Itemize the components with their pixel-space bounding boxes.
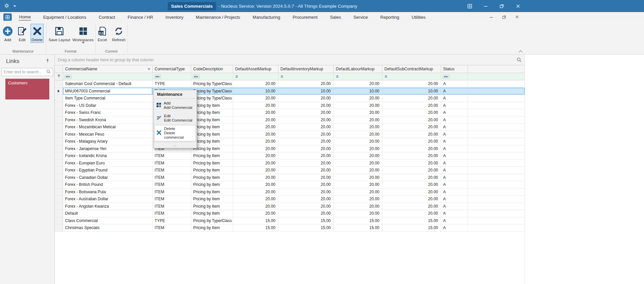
- cell-codedescription[interactable]: Pricing by Type/Class: [191, 95, 233, 102]
- table-row[interactable]: Forex - Icelandic KronaITEMPricing by It…: [55, 152, 525, 160]
- cell-status[interactable]: A: [441, 203, 468, 210]
- cell-status[interactable]: A: [441, 80, 468, 87]
- cell-commercialname[interactable]: Forex - Angolan Kwanza: [63, 203, 153, 210]
- cell-defaultinventorymarkup[interactable]: 20.00: [278, 138, 334, 145]
- cell-codedescription[interactable]: Pricing by Type/Class: [191, 80, 233, 87]
- cell-commercialtype[interactable]: ITEM: [153, 181, 191, 188]
- table-row[interactable]: Forex - British PoundITEMPricing by Item…: [55, 181, 525, 189]
- cell-commercialname[interactable]: Forex - Icelandic Krona: [63, 152, 153, 159]
- cell-defaultlabourmarkup[interactable]: 20.00: [334, 167, 382, 174]
- cell-codedescription[interactable]: Pricing by Item: [191, 102, 233, 109]
- table-row[interactable]: Item Type CommercialTYPEPricing by Type/…: [55, 95, 525, 102]
- cell-codedescription[interactable]: Pricing by Item: [191, 167, 233, 174]
- cell-status[interactable]: A: [441, 95, 468, 102]
- save-layout-button[interactable]: Save Layout: [48, 24, 71, 43]
- cell-commercialname[interactable]: Salesman Cost Commercial - Default: [63, 80, 153, 87]
- cell-defaultsubcontractmarkup[interactable]: 20.00: [382, 124, 441, 131]
- cell-commercialtype[interactable]: ITEM: [153, 167, 191, 174]
- cell-status[interactable]: A: [441, 217, 468, 224]
- abc-filter-icon[interactable]: abc: [154, 75, 161, 79]
- add-button[interactable]: Add: [1, 24, 14, 43]
- filter-cell-defaultassetmarkup[interactable]: =: [233, 73, 278, 80]
- tab-service[interactable]: Service: [353, 14, 368, 20]
- cell-codedescription[interactable]: Pricing by Item: [191, 117, 233, 124]
- filter-cell-commercialtype[interactable]: abc: [153, 73, 191, 80]
- tab-finance-hr[interactable]: Finance / HR: [127, 14, 153, 20]
- apps-grid-icon[interactable]: [462, 0, 478, 12]
- search-icon[interactable]: [46, 69, 51, 75]
- application-icon[interactable]: [3, 13, 12, 21]
- cell-defaultinventorymarkup[interactable]: 20.00: [278, 160, 334, 167]
- column-header-status[interactable]: Status: [441, 65, 468, 73]
- cell-defaultinventorymarkup[interactable]: 15.00: [278, 224, 334, 231]
- cell-defaultsubcontractmarkup[interactable]: 20.00: [382, 160, 441, 167]
- edit-button[interactable]: Edit: [16, 24, 28, 43]
- column-header-defaultinventorymarkup[interactable]: DefaultInventoryMarkup: [278, 65, 334, 73]
- cell-status[interactable]: A: [441, 102, 468, 109]
- cell-defaultassetmarkup[interactable]: 20.00: [233, 124, 278, 131]
- cell-defaultassetmarkup[interactable]: 20.00: [233, 160, 278, 167]
- table-row[interactable]: Forex - Janapense YenITEMPricing by Item…: [55, 145, 525, 153]
- cell-status[interactable]: A: [441, 117, 468, 124]
- doc-close-button[interactable]: [512, 13, 522, 21]
- cell-defaultsubcontractmarkup[interactable]: 20.00: [382, 117, 441, 124]
- cell-defaultsubcontractmarkup[interactable]: 20.00: [382, 181, 441, 188]
- cell-codedescription[interactable]: Pricing by Item: [191, 124, 233, 131]
- cell-defaultlabourmarkup[interactable]: 20.00: [334, 145, 382, 152]
- cell-defaultsubcontractmarkup[interactable]: 20.00: [382, 167, 441, 174]
- cell-defaultsubcontractmarkup[interactable]: 20.00: [382, 210, 441, 217]
- equals-filter-icon[interactable]: =: [336, 74, 338, 79]
- cell-commercialtype[interactable]: ITEM: [153, 203, 191, 210]
- cell-codedescription[interactable]: Pricing by Item: [191, 145, 233, 152]
- table-row[interactable]: Forex - Swedish KronaITEMPricing by Item…: [55, 117, 525, 124]
- cell-defaultlabourmarkup[interactable]: 20.00: [334, 174, 382, 181]
- cell-status[interactable]: A: [441, 189, 468, 196]
- cell-defaultassetmarkup[interactable]: 20.00: [233, 102, 278, 109]
- cell-commercialname[interactable]: Default: [63, 210, 153, 217]
- cell-defaultlabourmarkup[interactable]: 20.00: [334, 196, 382, 203]
- cell-defaultsubcontractmarkup[interactable]: 15.00: [382, 224, 441, 231]
- cell-defaultinventorymarkup[interactable]: 20.00: [278, 167, 334, 174]
- tab-equipment-locations[interactable]: Equipment / Locations: [43, 14, 87, 20]
- delete-button[interactable]: Delete: [31, 24, 44, 43]
- cell-status[interactable]: A: [441, 210, 468, 217]
- cell-defaultlabourmarkup[interactable]: 20.00: [334, 152, 382, 159]
- tab-contract[interactable]: Contract: [98, 14, 115, 20]
- cell-commercialname[interactable]: MNU067003 Commercial: [63, 88, 153, 95]
- cell-commercialtype[interactable]: ITEM: [153, 224, 191, 231]
- cell-status[interactable]: A: [441, 109, 468, 116]
- cell-defaultinventorymarkup[interactable]: 20.00: [278, 203, 334, 210]
- cell-defaultlabourmarkup[interactable]: 20.00: [334, 189, 382, 196]
- cell-commercialtype[interactable]: ITEM: [153, 160, 191, 167]
- cell-codedescription[interactable]: Pricing by Item: [191, 196, 233, 203]
- column-header-defaultsubcontractmarkup[interactable]: DefaultSubContractMarkup: [382, 65, 441, 73]
- table-row[interactable]: Forex - Mozambican MeticalITEMPricing by…: [55, 124, 525, 131]
- equals-filter-icon[interactable]: =: [281, 74, 283, 79]
- column-header-commercialtype[interactable]: CommercialType: [153, 65, 191, 73]
- cell-defaultassetmarkup[interactable]: 20.00: [233, 203, 278, 210]
- cell-defaultinventorymarkup[interactable]: 20.00: [278, 210, 334, 217]
- cell-commercialname[interactable]: Forex - Botswana Pula: [63, 189, 153, 196]
- table-row[interactable]: DefaultITEMPricing by Item20.0020.0020.0…: [55, 210, 525, 217]
- table-row[interactable]: Christmas SpecialsITEMPricing by Item15.…: [55, 224, 525, 232]
- cell-defaultassetmarkup[interactable]: 20.00: [233, 109, 278, 116]
- cell-status[interactable]: A: [441, 124, 468, 131]
- cell-commercialname[interactable]: Forex - Mozambican Metical: [63, 124, 153, 131]
- cell-status[interactable]: A: [441, 131, 468, 138]
- cell-status[interactable]: A: [441, 88, 468, 95]
- cell-defaultinventorymarkup[interactable]: 20.00: [278, 124, 334, 131]
- cell-defaultinventorymarkup[interactable]: 15.00: [278, 217, 334, 224]
- abc-filter-icon[interactable]: abc: [65, 75, 71, 79]
- cell-defaultsubcontractmarkup[interactable]: 20.00: [382, 203, 441, 210]
- cell-defaultsubcontractmarkup[interactable]: 10.00: [382, 88, 441, 95]
- cell-defaultlabourmarkup[interactable]: 20.00: [334, 138, 382, 145]
- cell-codedescription[interactable]: Pricing by Item: [191, 203, 233, 210]
- cell-codedescription[interactable]: Pricing by Type/Class: [191, 88, 233, 95]
- cell-status[interactable]: A: [441, 167, 468, 174]
- column-header-commercialname[interactable]: CommercialName: [63, 65, 153, 73]
- grid-search-icon[interactable]: [517, 57, 522, 63]
- cell-commercialtype[interactable]: TYPE: [153, 80, 191, 87]
- cell-defaultsubcontractmarkup[interactable]: 20.00: [382, 196, 441, 203]
- links-tile-customers[interactable]: Customers: [5, 79, 49, 99]
- excel-button[interactable]: XLS Excel: [96, 24, 108, 43]
